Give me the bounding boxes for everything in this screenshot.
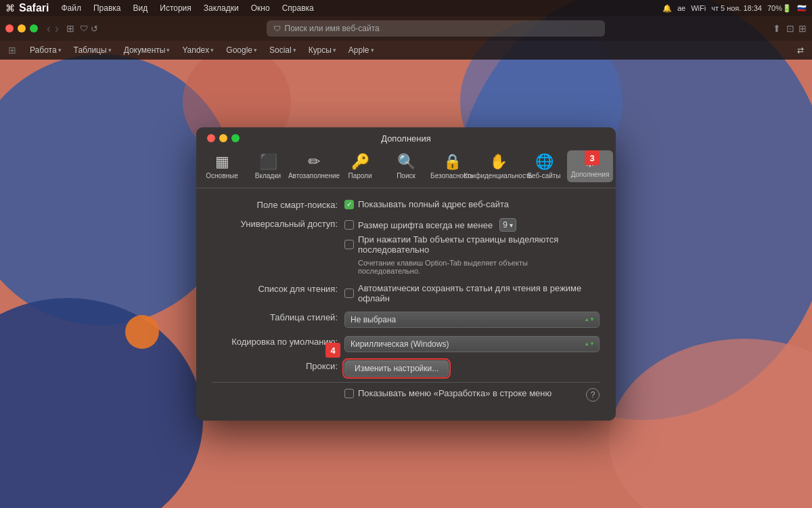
help-button[interactable]: ? <box>586 388 600 402</box>
menu-edit[interactable]: Правка <box>92 3 122 13</box>
tab-tabs-label: Вкладки <box>255 172 281 179</box>
menu-history[interactable]: История <box>158 3 193 13</box>
font-size-checkbox[interactable] <box>344 220 354 230</box>
tab-websites[interactable]: 🌐 Веб-сайты <box>521 150 567 182</box>
smart-search-checkbox[interactable] <box>344 200 354 209</box>
tab-extensions[interactable]: ⚙ 3 Дополнения <box>567 150 613 182</box>
menu-file[interactable]: Файл <box>60 3 83 13</box>
share-icon[interactable]: ⬆ <box>773 23 781 34</box>
bookmark-dokumenty[interactable]: Документы ▾ <box>118 45 176 55</box>
modal-close-button[interactable] <box>207 134 215 142</box>
dropdown-arrow-icon: ▲▼ <box>584 317 595 322</box>
privacy-icon: ✋ <box>489 153 508 171</box>
new-tab-icon[interactable]: ⊞ <box>798 23 807 34</box>
tab-search[interactable]: 🔍 Поиск <box>383 150 429 182</box>
encoding-dropdown[interactable]: Кириллическая (Windows) ▲▼ <box>344 336 600 352</box>
passwords-icon: 🔑 <box>351 153 369 171</box>
font-size-arrow: ▾ <box>510 221 513 229</box>
apple-menu-icon[interactable]: ⌘ <box>5 3 15 14</box>
datetime: чт 5 ноя. 18:34 <box>711 4 762 12</box>
developer-menu-row: Показывать меню «Разработка» в строке ме… <box>212 388 600 402</box>
menu-safari[interactable]: Safari <box>18 2 50 14</box>
accessibility-controls: Размер шрифта всегда не менее 9 ▾ При на… <box>344 218 600 275</box>
chevron-down-icon: ▾ <box>58 47 62 54</box>
menu-bookmarks[interactable]: Закладки <box>202 3 240 13</box>
font-size-label: Размер шрифта всегда не менее <box>358 220 493 230</box>
refresh-button[interactable]: ↺ <box>91 24 98 34</box>
chevron-down-icon: ▾ <box>333 47 336 54</box>
close-button[interactable] <box>5 24 14 33</box>
developer-menu-checkbox[interactable] <box>344 389 354 398</box>
smart-search-check-row: Показывать полный адрес веб-сайта <box>344 199 600 209</box>
encoding-row: Кодировка по умолчанию: Кириллическая (W… <box>212 336 600 352</box>
bookmark-label: Таблицы <box>74 45 107 55</box>
bookmark-tablitsy[interactable]: Таблицы ▾ <box>68 45 117 55</box>
bookmark-apple[interactable]: Apple ▾ <box>343 45 380 55</box>
menu-bar: ⌘ Safari Файл Правка Вид История Закладк… <box>0 0 812 16</box>
chevron-down-icon: ▾ <box>210 47 214 54</box>
developer-menu-check-row: Показывать меню «Разработка» в строке ме… <box>344 388 586 398</box>
bookmark-google[interactable]: Google ▾ <box>221 45 263 55</box>
smart-search-controls: Показывать полный адрес веб-сайта <box>344 199 600 209</box>
encoding-label: Кодировка по умолчанию: <box>212 336 344 347</box>
divider <box>212 382 600 383</box>
tab-grid-icon[interactable]: ⊞ <box>66 23 74 34</box>
websites-icon: 🌐 <box>535 153 554 171</box>
bookmark-label: Курсы <box>309 45 332 55</box>
sidebar-icon[interactable]: ⇄ <box>797 45 804 55</box>
tab-autofill[interactable]: ✏ Автозаполнение <box>291 150 337 182</box>
url-input[interactable]: 🛡 Поиск или имя веб-сайта <box>267 20 605 37</box>
bookmark-kursy[interactable]: Курсы ▾ <box>303 45 342 55</box>
airdrop-icon: ae <box>677 4 685 12</box>
style-sheet-row: Таблица стилей: Не выбрана ▲▼ <box>212 312 600 328</box>
forward-button[interactable]: › <box>55 22 59 36</box>
maximize-button[interactable] <box>30 24 38 33</box>
url-bar-area: ‹ › ⊞ 🛡 ↺ 🛡 Поиск или имя веб-сайта ⬆ ⊡ … <box>0 16 812 41</box>
modal-maximize-button[interactable] <box>231 134 240 142</box>
font-size-value: 9 <box>503 220 508 230</box>
bookmark-rabota[interactable]: Работа ▾ <box>24 45 67 55</box>
reading-list-checkbox[interactable] <box>344 289 354 298</box>
bookmark-label: Google <box>226 45 252 55</box>
accessibility-hint: Сочетание клавиш Option-Tab выделяет объ… <box>358 259 600 275</box>
encoding-arrow-icon: ▲▼ <box>584 341 595 347</box>
modal-overlay: Дополнения ▦ Основные ⬛ Вкладки ✏ Автоза… <box>0 60 812 508</box>
tab-privacy[interactable]: ✋ Конфиденциальность <box>475 150 521 182</box>
back-button[interactable]: ‹ <box>47 22 51 36</box>
sidebar-toggle-icon[interactable]: ⊞ <box>8 45 16 56</box>
menu-help[interactable]: Справка <box>281 3 315 13</box>
reading-list-row: Список для чтения: Автоматически сохраня… <box>212 283 600 303</box>
tab-highlight-checkbox[interactable] <box>344 240 354 249</box>
reading-list-check-label: Автоматически сохранять статьи для чтени… <box>358 283 600 303</box>
proxy-row: Прокси: 4 Изменить настройки... <box>212 360 600 377</box>
menu-view[interactable]: Вид <box>132 3 150 13</box>
notification-icon: 🔔 <box>662 4 672 13</box>
minimize-button[interactable] <box>18 24 26 33</box>
font-size-select[interactable]: 9 ▾ <box>499 218 516 232</box>
tab-extensions-label: Дополнения <box>571 171 610 178</box>
bookmark-label: Yandex <box>182 45 209 55</box>
reading-list-controls: Автоматически сохранять статьи для чтени… <box>344 283 600 303</box>
developer-menu-controls: Показывать меню «Разработка» в строке ме… <box>344 388 586 398</box>
chevron-down-icon: ▾ <box>108 47 112 54</box>
tab-overview-icon[interactable]: ⊡ <box>786 23 794 34</box>
tab-basic[interactable]: ▦ Основные <box>199 150 245 182</box>
developer-menu-label <box>212 388 344 389</box>
menu-window[interactable]: Окно <box>250 3 271 13</box>
chevron-down-icon: ▾ <box>293 47 296 54</box>
style-sheet-controls: Не выбрана ▲▼ <box>344 312 600 328</box>
preferences-toolbar: ▦ Основные ⬛ Вкладки ✏ Автозаполнение 🔑 … <box>196 142 616 188</box>
bookmark-yandex[interactable]: Yandex ▾ <box>177 45 219 55</box>
proxy-label: Прокси: <box>212 360 344 371</box>
proxy-settings-button[interactable]: Изменить настройки... <box>344 360 449 377</box>
tab-passwords[interactable]: 🔑 Пароли <box>337 150 383 182</box>
bookmark-social[interactable]: Social ▾ <box>264 45 302 55</box>
style-sheet-dropdown[interactable]: Не выбрана ▲▼ <box>344 312 600 328</box>
modal-title: Дополнения <box>381 133 431 144</box>
tracking-protection-icon: 🛡 <box>80 24 88 33</box>
step4-badge: 4 <box>325 343 340 358</box>
modal-minimize-button[interactable] <box>219 134 227 142</box>
shield-small-icon: 🛡 <box>273 24 281 33</box>
tab-tabs[interactable]: ⬛ Вкладки <box>245 150 291 182</box>
flag-icon: 🇷🇺 <box>797 4 807 13</box>
